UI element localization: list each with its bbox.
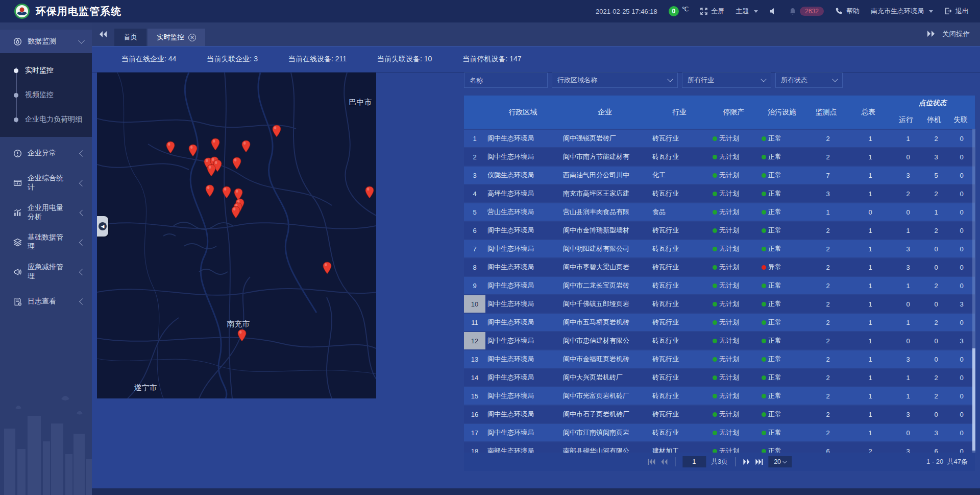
region-select[interactable]: 行政区域名称 [552, 73, 678, 88]
table-row[interactable]: 12阆中生态环境局阆中市忠信建材有限公砖瓦行业无计划正常21003 [464, 332, 975, 349]
tab-scroll-right-button[interactable] [927, 30, 935, 39]
sidebar-subitem[interactable]: 企业电力负荷明细 [0, 107, 92, 132]
page-size-select[interactable]: 20 [768, 456, 792, 467]
fullscreen-button[interactable]: 全屏 [700, 7, 724, 16]
table-row[interactable]: 16阆中生态环境局阆中市石子页岩机砖厂砖瓦行业无计划正常21300 [464, 406, 975, 423]
map-pin-icon[interactable] [272, 125, 282, 138]
column-header-region[interactable]: 行政区域 [485, 96, 560, 129]
status-dot-icon [713, 431, 717, 435]
tab-scroll-left-button[interactable] [92, 22, 114, 46]
sidebar-menu: 数据监测实时监控视频监控企业电力负荷明细企业异常企业综合统计企业用电量分析基础数… [0, 22, 92, 315]
map-pin-icon[interactable] [206, 164, 216, 177]
table-row[interactable]: 11阆中生态环境局阆中市五马桥页岩机砖砖瓦行业无计划正常21120 [464, 314, 975, 331]
bell-icon [789, 7, 797, 15]
cell-halt: 0 [924, 240, 948, 257]
map-pin-icon[interactable] [364, 186, 375, 199]
column-header-lost[interactable]: 失联 [946, 111, 975, 129]
org-dropdown[interactable]: 南充市生态环境局 [871, 7, 933, 16]
column-header-halt[interactable]: 停机 [922, 111, 946, 129]
cell-industry: 化工 [650, 167, 710, 184]
cell-run: 1 [892, 277, 924, 294]
row-number: 2 [464, 148, 485, 166]
cell-total: 1 [848, 185, 892, 202]
table-row[interactable]: 18南部生态环境局南部县砌华山河有限公建材加工无计划正常62360 [464, 442, 975, 453]
column-header-facility[interactable]: 治污设施 [758, 96, 806, 129]
industry-select[interactable]: 所有行业 [682, 73, 771, 88]
map-pin-icon[interactable] [222, 186, 232, 199]
cell-total: 1 [848, 406, 892, 423]
map-pin-icon[interactable] [322, 262, 332, 275]
scrollbar-thumb[interactable] [972, 348, 975, 451]
cell-stop: 无计划 [710, 350, 760, 368]
map-pin-icon[interactable] [205, 184, 215, 198]
cell-region: 阆中生态环境局 [485, 130, 561, 147]
sidebar-item-2[interactable]: 企业综合统计 [0, 170, 92, 196]
table-row[interactable]: 2阆中生态环境局阆中市南方节能建材有砖瓦行业无计划正常21030 [464, 148, 975, 166]
prev-page-button[interactable] [660, 459, 668, 465]
tab-0[interactable]: 首页 [114, 29, 146, 46]
sidebar-item-1[interactable]: 企业异常 [0, 140, 92, 167]
next-page-button[interactable] [743, 459, 750, 465]
logout-button[interactable]: 退出 [944, 7, 969, 16]
map-pin-icon[interactable] [232, 157, 242, 170]
page-number-input[interactable]: 1 [682, 456, 706, 467]
table-row[interactable]: 3仪陇生态环境局西南油气田分公司川中化工无计划正常71350 [464, 167, 975, 184]
column-header-total[interactable]: 总表 [846, 96, 890, 129]
notification-widget[interactable]: 2632 [789, 7, 824, 16]
table-row[interactable]: 17阆中生态环境局阆中市江南镇阆南页岩砖瓦行业无计划正常21030 [464, 424, 975, 441]
map-pin-icon[interactable] [231, 206, 241, 219]
mute-button[interactable] [769, 7, 777, 15]
enterprise-panel: 行政区域名称 所有行业 所有状态 行政区域企业行业停限产治污设施监测点总表点位状… [464, 73, 975, 476]
map-pin-icon[interactable] [210, 138, 220, 151]
map-collapse-handle[interactable]: ◀ [97, 216, 108, 237]
sidebar-item-0[interactable]: 数据监测 [0, 30, 92, 53]
column-header-run[interactable]: 运行 [890, 111, 922, 129]
table-row[interactable]: 10阆中生态环境局阆中千佛镇五郎垭页岩砖瓦行业无计划正常21003 [464, 295, 975, 313]
column-header-company[interactable]: 企业 [560, 96, 649, 129]
last-page-button[interactable] [755, 459, 763, 465]
sidebar-item-3[interactable]: 企业用电量分析 [0, 199, 92, 226]
sidebar-subitem[interactable]: 视频监控 [0, 83, 92, 107]
table-row[interactable]: 9阆中生态环境局阆中市二龙长宝页岩砖砖瓦行业无计划正常21120 [464, 277, 975, 294]
cell-lost: 0 [948, 442, 975, 453]
app-title: 环保用电监管系统 [36, 5, 121, 18]
close-operations-button[interactable]: 关闭操作 [942, 30, 970, 39]
table-row[interactable]: 6阆中生态环境局阆中市金博瑞新型墙材砖瓦行业无计划正常21120 [464, 222, 975, 239]
map-pin-icon[interactable] [237, 329, 247, 342]
name-search-input[interactable] [464, 73, 548, 88]
cell-region: 阆中生态环境局 [485, 240, 561, 257]
cell-company: 西南油气田分公司川中 [561, 167, 650, 184]
help-button[interactable]: 帮助 [835, 7, 860, 16]
row-number: 15 [464, 387, 485, 405]
column-header-stop[interactable]: 停限产 [709, 96, 758, 129]
sidebar-subitem[interactable]: 实时监控 [0, 58, 92, 83]
sidebar-item-4[interactable]: 基础数据管理 [0, 229, 92, 255]
cell-total: 1 [848, 222, 892, 239]
map-pin-icon[interactable] [241, 140, 251, 153]
table-scrollbar[interactable] [972, 129, 975, 453]
sidebar-item-5[interactable]: 应急减排管理 [0, 258, 92, 285]
theme-dropdown[interactable]: 主题 [736, 7, 758, 16]
map-pin-icon[interactable] [165, 141, 176, 154]
table-row[interactable]: 5营山生态环境局营山县润丰肉食品有限食品无计划正常10010 [464, 203, 975, 221]
tab-1[interactable]: 实时监控✕ [148, 29, 205, 46]
cell-industry: 砖瓦行业 [650, 295, 710, 313]
table-row[interactable]: 13阆中生态环境局阆中市金福旺页岩机砖砖瓦行业无计划正常21300 [464, 350, 975, 368]
column-header-industry[interactable]: 行业 [649, 96, 709, 129]
tab-close-icon[interactable]: ✕ [188, 34, 196, 41]
status-dot-icon [713, 247, 717, 251]
status-select[interactable]: 所有状态 [775, 73, 843, 88]
table-row[interactable]: 8阆中生态环境局阆中市枣碧大梁山页岩砖瓦行业无计划异常21300 [464, 258, 975, 276]
map-pin-icon[interactable] [188, 144, 198, 157]
table-row[interactable]: 1阆中生态环境局阆中强锐页岩砖厂砖瓦行业无计划正常21120 [464, 130, 975, 147]
chevron-down-icon [78, 37, 85, 44]
cell-company: 阆中明阳建材有限公司 [561, 240, 650, 257]
table-row[interactable]: 15阆中生态环境局阆中市光富页岩机砖厂砖瓦行业无计划正常21120 [464, 387, 975, 405]
table-row[interactable]: 7阆中生态环境局阆中明阳建材有限公司砖瓦行业无计划正常21300 [464, 240, 975, 257]
column-header-monitor[interactable]: 监测点 [806, 96, 847, 129]
sidebar-item-6[interactable]: 日志查看 [0, 288, 92, 315]
table-row[interactable]: 14阆中生态环境局阆中大兴页岩机砖厂砖瓦行业无计划正常21120 [464, 369, 975, 386]
first-page-button[interactable] [647, 459, 655, 465]
map-panel[interactable]: 巴中市南充市遂宁市 ◀ [97, 73, 376, 398]
table-row[interactable]: 4高坪生态环境局南充市高坪区王家店建砖瓦行业无计划正常31220 [464, 185, 975, 202]
